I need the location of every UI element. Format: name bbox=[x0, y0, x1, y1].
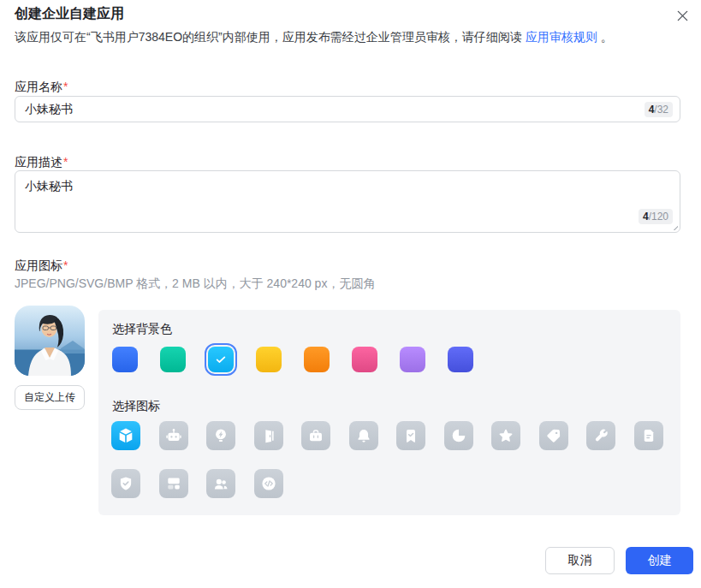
star-icon bbox=[496, 426, 515, 445]
required-asterisk: * bbox=[63, 155, 68, 169]
tag-icon bbox=[544, 426, 563, 445]
cancel-button[interactable]: 取消 bbox=[545, 547, 615, 574]
icon-tile-bell[interactable] bbox=[349, 421, 378, 450]
bell-icon bbox=[354, 426, 373, 445]
icon-config-panel: 选择背景色 选择图标 bbox=[98, 310, 680, 515]
create-app-dialog: 创建企业自建应用 该应用仅可在“飞书用户7384EO的组织”内部使用，应用发布需… bbox=[0, 0, 701, 588]
icon-grid bbox=[111, 421, 666, 498]
shield-check-icon bbox=[116, 474, 135, 493]
app-desc-counter: 4/120 bbox=[639, 209, 673, 224]
app-name-field: 4/32 bbox=[15, 96, 680, 122]
color-swatch-pink[interactable] bbox=[352, 347, 377, 372]
icon-tile-layout[interactable] bbox=[159, 469, 188, 498]
icon-tile-briefcase[interactable] bbox=[301, 421, 330, 450]
app-name-label: 应用名称* bbox=[15, 80, 68, 95]
code-icon bbox=[259, 474, 278, 493]
close-icon bbox=[674, 8, 691, 24]
avatar-image bbox=[15, 306, 85, 376]
color-swatch-purple[interactable] bbox=[400, 347, 425, 372]
app-name-counter: 4/32 bbox=[645, 102, 673, 117]
custom-upload-button[interactable]: 自定义上传 bbox=[15, 385, 85, 410]
color-swatch-yellow[interactable] bbox=[256, 347, 282, 372]
color-swatch-orange[interactable] bbox=[304, 347, 330, 372]
color-swatch-indigo[interactable] bbox=[448, 347, 473, 372]
bookmark-check-icon bbox=[401, 426, 420, 445]
icon-tile-wrench[interactable] bbox=[586, 421, 615, 450]
create-button[interactable]: 创建 bbox=[626, 547, 693, 574]
icon-select-title: 选择图标 bbox=[112, 399, 160, 414]
app-icon-hint: JPEG/PNG/SVG/BMP 格式，2 MB 以内，大于 240*240 p… bbox=[15, 276, 375, 292]
layout-icon bbox=[164, 474, 183, 493]
required-asterisk: * bbox=[63, 80, 68, 93]
pie-chart-icon bbox=[449, 426, 468, 445]
icon-tile-tag[interactable] bbox=[539, 421, 568, 450]
door-icon bbox=[259, 426, 278, 445]
icon-tile-star[interactable] bbox=[491, 421, 520, 450]
icon-tile-shield-check[interactable] bbox=[111, 469, 140, 498]
icon-tile-bookmark-check[interactable] bbox=[396, 421, 425, 450]
icon-tile-robot[interactable] bbox=[159, 421, 188, 450]
robot-icon bbox=[164, 426, 183, 445]
app-desc-field: 小妹秘书 4/120 bbox=[15, 170, 680, 233]
icon-tile-people[interactable] bbox=[206, 469, 235, 498]
intro-after: 。 bbox=[601, 30, 613, 44]
required-asterisk: * bbox=[63, 258, 68, 272]
check-icon bbox=[214, 353, 228, 366]
wrench-icon bbox=[591, 426, 610, 445]
app-review-rules-link[interactable]: 应用审核规则 bbox=[526, 30, 597, 44]
cube-icon bbox=[116, 426, 135, 445]
color-swatch-cyan[interactable] bbox=[208, 347, 234, 372]
icon-tile-document[interactable] bbox=[634, 421, 663, 450]
close-button[interactable] bbox=[672, 5, 692, 26]
background-color-title: 选择背景色 bbox=[112, 322, 172, 337]
briefcase-icon bbox=[306, 426, 325, 445]
color-swatch-blue[interactable] bbox=[112, 347, 138, 372]
color-swatch-green[interactable] bbox=[160, 347, 186, 372]
bulb-flash-icon bbox=[211, 426, 230, 445]
dialog-title: 创建企业自建应用 bbox=[15, 5, 124, 23]
app-icon-label: 应用图标* bbox=[15, 258, 68, 274]
icon-tile-door[interactable] bbox=[254, 421, 283, 450]
color-swatch-list bbox=[112, 347, 473, 372]
people-icon bbox=[211, 474, 230, 493]
intro-text: 该应用仅可在“飞书用户7384EO的组织”内部使用，应用发布需经过企业管理员审核… bbox=[15, 28, 687, 45]
icon-tile-cube[interactable] bbox=[111, 421, 140, 450]
app-name-input[interactable] bbox=[15, 96, 680, 122]
intro-before: 该应用仅可在“飞书用户7384EO的组织”内部使用，应用发布需经过企业管理员审核… bbox=[15, 30, 522, 44]
app-desc-textarea[interactable]: 小妹秘书 bbox=[15, 170, 680, 233]
icon-tile-code[interactable] bbox=[254, 469, 283, 498]
app-icon-preview bbox=[15, 306, 85, 376]
icon-tile-bulb-flash[interactable] bbox=[206, 421, 235, 450]
icon-tile-pie-chart[interactable] bbox=[444, 421, 473, 450]
document-icon bbox=[639, 426, 658, 445]
app-desc-label: 应用描述* bbox=[15, 155, 68, 170]
